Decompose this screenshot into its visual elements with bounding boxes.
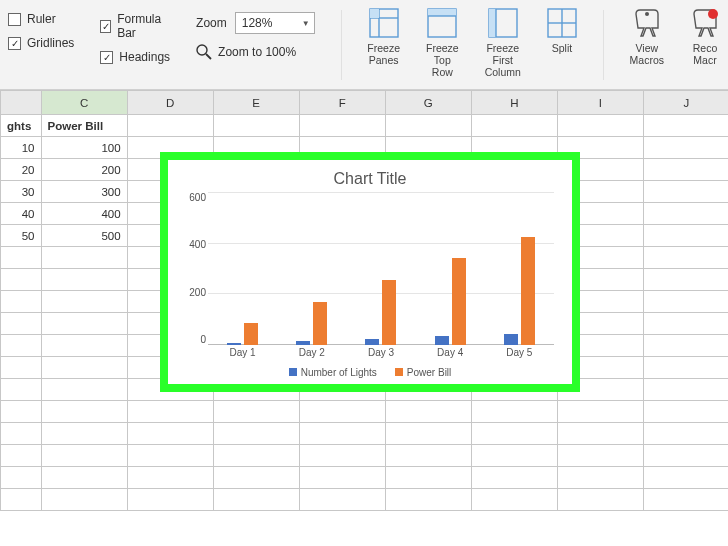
cell[interactable] — [471, 489, 557, 511]
chart-object[interactable]: Chart Title 6004002000 Day 1Day 2Day 3Da… — [160, 152, 580, 392]
cell[interactable]: 50 — [1, 225, 42, 247]
cell[interactable] — [643, 489, 728, 511]
cell[interactable]: 20 — [1, 159, 42, 181]
column-header-I[interactable]: I — [557, 91, 643, 115]
cell[interactable] — [41, 423, 127, 445]
cell[interactable] — [299, 489, 385, 511]
cell[interactable] — [471, 115, 557, 137]
column-header-C[interactable]: C — [41, 91, 127, 115]
cell[interactable] — [299, 115, 385, 137]
column-header-E[interactable]: E — [213, 91, 299, 115]
cell[interactable]: Power Bill — [41, 115, 127, 137]
cell[interactable] — [557, 115, 643, 137]
cell[interactable] — [41, 489, 127, 511]
cell[interactable] — [385, 445, 471, 467]
cell[interactable] — [127, 467, 213, 489]
cell[interactable] — [1, 445, 42, 467]
cell[interactable] — [643, 335, 728, 357]
column-header-partial[interactable] — [1, 91, 42, 115]
headings-checkbox[interactable]: ✓ — [100, 51, 113, 64]
ruler-checkbox[interactable] — [8, 13, 21, 26]
column-header-G[interactable]: G — [385, 91, 471, 115]
cell[interactable] — [1, 467, 42, 489]
cell[interactable] — [1, 269, 42, 291]
view-macros-button[interactable]: View Macros — [630, 6, 664, 66]
cell[interactable] — [643, 137, 728, 159]
cell[interactable] — [557, 489, 643, 511]
cell[interactable] — [471, 445, 557, 467]
cell[interactable] — [1, 379, 42, 401]
cell[interactable]: 30 — [1, 181, 42, 203]
column-header-F[interactable]: F — [299, 91, 385, 115]
cell[interactable] — [41, 467, 127, 489]
cell[interactable] — [1, 401, 42, 423]
cell[interactable] — [471, 423, 557, 445]
cell[interactable] — [643, 181, 728, 203]
cell[interactable] — [299, 423, 385, 445]
cell[interactable] — [41, 335, 127, 357]
cell[interactable] — [41, 291, 127, 313]
cell[interactable] — [1, 335, 42, 357]
cell[interactable] — [643, 225, 728, 247]
cell[interactable] — [1, 313, 42, 335]
cell[interactable] — [127, 445, 213, 467]
cell[interactable] — [41, 379, 127, 401]
freeze-first-column-button[interactable]: Freeze First Column — [485, 6, 521, 78]
cell[interactable] — [213, 489, 299, 511]
cell[interactable] — [127, 489, 213, 511]
cell[interactable] — [41, 401, 127, 423]
cell[interactable] — [299, 401, 385, 423]
cell[interactable] — [41, 357, 127, 379]
cell[interactable]: 10 — [1, 137, 42, 159]
cell[interactable]: 40 — [1, 203, 42, 225]
cell[interactable] — [643, 379, 728, 401]
cell[interactable] — [643, 269, 728, 291]
cell[interactable] — [213, 423, 299, 445]
record-macro-button[interactable]: Reco Macr — [690, 6, 720, 66]
cell[interactable]: 100 — [41, 137, 127, 159]
cell[interactable] — [213, 115, 299, 137]
column-header-H[interactable]: H — [471, 91, 557, 115]
cell[interactable]: 500 — [41, 225, 127, 247]
cell[interactable] — [643, 423, 728, 445]
cell[interactable] — [385, 489, 471, 511]
cell[interactable] — [299, 445, 385, 467]
cell[interactable] — [643, 159, 728, 181]
cell[interactable] — [1, 247, 42, 269]
gridlines-checkbox[interactable]: ✓ — [8, 37, 21, 50]
cell[interactable] — [643, 357, 728, 379]
cell[interactable] — [557, 467, 643, 489]
cell[interactable] — [41, 445, 127, 467]
cell[interactable] — [41, 269, 127, 291]
cell[interactable] — [471, 467, 557, 489]
cell[interactable] — [643, 401, 728, 423]
cell[interactable] — [1, 423, 42, 445]
freeze-panes-button[interactable]: Freeze Panes — [367, 6, 400, 66]
column-header-J[interactable]: J — [643, 91, 728, 115]
cell[interactable] — [213, 467, 299, 489]
column-header-D[interactable]: D — [127, 91, 213, 115]
cell[interactable] — [643, 291, 728, 313]
formula-bar-checkbox[interactable]: ✓ — [100, 20, 111, 33]
cell[interactable] — [213, 445, 299, 467]
cell[interactable] — [471, 401, 557, 423]
cell[interactable] — [127, 401, 213, 423]
zoom-100-button[interactable]: Zoom to 100% — [196, 44, 315, 60]
cell[interactable] — [213, 401, 299, 423]
cell[interactable] — [1, 291, 42, 313]
zoom-select[interactable]: 128% ▼ — [235, 12, 315, 34]
cell[interactable] — [385, 423, 471, 445]
cell[interactable] — [1, 489, 42, 511]
cell[interactable] — [385, 401, 471, 423]
cell[interactable] — [385, 115, 471, 137]
cell[interactable] — [299, 467, 385, 489]
cell[interactable] — [643, 115, 728, 137]
cell[interactable] — [643, 313, 728, 335]
cell[interactable] — [557, 423, 643, 445]
cell[interactable] — [127, 423, 213, 445]
cell[interactable] — [643, 203, 728, 225]
split-button[interactable]: Split — [547, 6, 577, 54]
cell[interactable] — [41, 313, 127, 335]
cell[interactable]: 400 — [41, 203, 127, 225]
cell[interactable] — [385, 467, 471, 489]
